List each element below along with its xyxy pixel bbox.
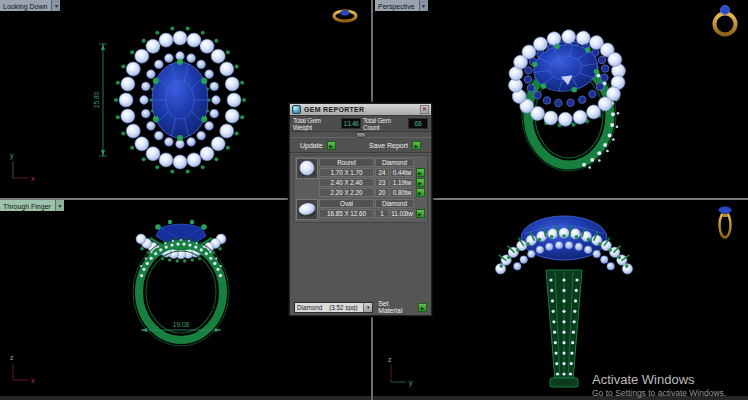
viewport-tab-label: Perspective (375, 0, 419, 11)
shape-header: Oval (319, 199, 374, 208)
gem-size[interactable]: 16.85 X 12.60 (319, 209, 374, 218)
shape-header: Round (319, 158, 374, 167)
oval-gem-icon (296, 199, 318, 220)
dialog-actions: Update ▶ Save Report ▶ (290, 138, 431, 153)
gem-count: 20 (375, 188, 389, 197)
axis-indicator: z x (10, 354, 35, 384)
viewport-tab-label: Looking Down (0, 0, 51, 11)
gem-weight: 0.80tw (390, 188, 414, 197)
ring-elevation-render (495, 216, 632, 387)
svg-text:x: x (31, 377, 35, 384)
svg-text:y: y (10, 152, 14, 160)
chevron-down-icon[interactable]: ▼ (419, 0, 428, 11)
chevron-down-icon[interactable]: ▼ (55, 200, 64, 211)
gem-row-select-button[interactable]: ▶ (416, 168, 425, 177)
update-button[interactable]: Update ▶ (300, 141, 336, 150)
viewport-tab-label: Through Finger (0, 200, 55, 211)
gem-totals-row: Total Gem Weight 13.46 Total Gem Count 6… (290, 116, 431, 131)
gem-size[interactable]: 1.70 X 1.70 (319, 168, 374, 177)
ring-perspective-preview-icon (710, 2, 740, 38)
gem-count: 24 (375, 168, 389, 177)
save-report-button[interactable]: Save Report ▶ (369, 141, 421, 150)
app-window: 25.80 y x Looking Down ▼ (0, 0, 748, 400)
gem-group-oval: Oval Diamond 16.85 X 12.60 1 11.03tw ▶ (296, 199, 425, 220)
total-gem-count-value: 68 (408, 118, 428, 129)
gem-weight: 11.03tw (390, 209, 414, 218)
gem-group-round: Round Diamond 1.70 X 1.70 24 0.44tw ▶ 2.… (296, 158, 425, 197)
axis-indicator: y x (10, 152, 35, 182)
ring-side-preview-icon (331, 5, 359, 24)
material-selected-value: Diamond (3.52 spg) (295, 304, 363, 311)
material-header: Diamond (375, 158, 414, 167)
watermark-subtitle: Go to Settings to activate Windows. (592, 388, 726, 398)
set-material-label: Set Material (378, 300, 413, 314)
svg-text:19.08: 19.08 (173, 321, 190, 328)
dropdown-arrow-icon[interactable]: ▼ (363, 303, 372, 312)
dialog-title: GEM REPORTER (304, 106, 420, 113)
viewport-tab-perspective[interactable]: Perspective ▼ (375, 0, 428, 11)
gem-row-select-button[interactable]: ▶ (416, 209, 425, 218)
save-report-go-icon[interactable]: ▶ (412, 141, 421, 150)
svg-text:y: y (409, 379, 413, 387)
material-header: Diamond (375, 199, 414, 208)
svg-text:25.80: 25.80 (93, 91, 100, 108)
watermark-title: Activate Windows (592, 372, 726, 387)
ring-thin-preview-icon (714, 203, 736, 239)
gem-table: Round Diamond 1.70 X 1.70 24 0.44tw ▶ 2.… (293, 155, 428, 223)
gem-count: 1 (375, 209, 389, 218)
gem-reporter-dialog: GEM REPORTER ✕ Total Gem Weight 13.46 To… (289, 103, 432, 316)
material-bar: Diamond (3.52 spg) ▼ Set Material ▶ (290, 299, 431, 315)
gem-size[interactable]: 2.20 X 2.20 (319, 188, 374, 197)
dimension-annotation: 25.80 (93, 44, 107, 156)
viewport-tab-looking-down[interactable]: Looking Down ▼ (0, 0, 60, 11)
viewport-tab-through-finger[interactable]: Through Finger ▼ (0, 200, 64, 211)
material-dropdown[interactable]: Diamond (3.52 spg) ▼ (294, 302, 373, 313)
round-gem-icon (296, 158, 318, 179)
gem-weight: 0.44tw (390, 168, 414, 177)
total-gem-weight-label: Total Gem Weight (293, 117, 339, 131)
axis-indicator: z y (388, 356, 413, 387)
gem-row-select-button[interactable]: ▶ (416, 188, 425, 197)
svg-text:z: z (10, 354, 14, 361)
update-go-icon[interactable]: ▶ (327, 141, 336, 150)
ring-perspective-render (502, 23, 632, 171)
gem-row-select-button[interactable]: ▶ (416, 178, 425, 187)
gem-weight: 1.19tw (390, 178, 414, 187)
total-gem-weight-value: 13.46 (341, 118, 361, 129)
svg-text:x: x (31, 175, 35, 182)
activate-windows-watermark: Activate Windows Go to Settings to activ… (592, 372, 726, 398)
gem-count: 23 (375, 178, 389, 187)
close-icon[interactable]: ✕ (420, 105, 429, 114)
gem-size[interactable]: 2.40 X 2.40 (319, 178, 374, 187)
total-gem-count-label: Total Gem Count (363, 117, 406, 131)
dialog-titlebar[interactable]: GEM REPORTER ✕ (290, 104, 431, 116)
dialog-groove (290, 131, 431, 138)
ring-top-view-render (114, 27, 246, 174)
collapse-handle[interactable] (355, 132, 366, 138)
svg-text:z: z (388, 356, 392, 363)
chevron-down-icon[interactable]: ▼ (51, 0, 60, 11)
gem-app-icon (292, 105, 301, 114)
set-material-button[interactable]: ▶ (418, 303, 427, 312)
